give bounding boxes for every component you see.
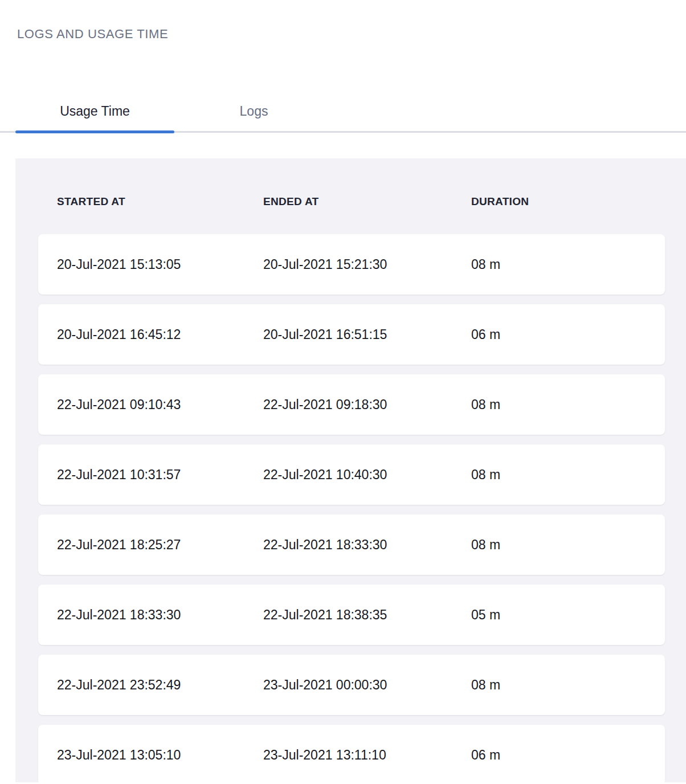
- table-header-row: STARTED AT ENDED AT DURATION: [38, 195, 665, 209]
- cell-ended-at: 22-Jul-2021 18:38:35: [263, 607, 471, 623]
- cell-ended-at: 22-Jul-2021 10:40:30: [263, 467, 471, 483]
- cell-ended-at: 23-Jul-2021 00:00:30: [263, 677, 471, 693]
- cell-duration: 06 m: [471, 747, 665, 763]
- cell-duration: 08 m: [471, 537, 665, 553]
- cell-ended-at: 22-Jul-2021 18:33:30: [263, 537, 471, 553]
- column-header-duration: DURATION: [471, 195, 665, 209]
- cell-ended-at: 20-Jul-2021 16:51:15: [263, 326, 471, 342]
- cell-ended-at: 20-Jul-2021 15:21:30: [263, 256, 471, 272]
- tab-logs[interactable]: Logs: [174, 91, 333, 131]
- cell-started-at: 22-Jul-2021 09:10:43: [57, 397, 263, 413]
- cell-duration: 08 m: [471, 677, 665, 693]
- table-row: 20-Jul-2021 16:45:12 20-Jul-2021 16:51:1…: [38, 304, 665, 365]
- tab-usage-time[interactable]: Usage Time: [15, 91, 174, 131]
- cell-started-at: 23-Jul-2021 13:05:10: [57, 747, 263, 763]
- cell-duration: 08 m: [471, 256, 665, 272]
- cell-started-at: 22-Jul-2021 23:52:49: [57, 677, 263, 693]
- tab-usage-time-label: Usage Time: [60, 104, 130, 119]
- table-row: 22-Jul-2021 09:10:43 22-Jul-2021 09:18:3…: [38, 374, 665, 435]
- column-header-started-at: STARTED AT: [57, 195, 263, 209]
- page-title: LOGS AND USAGE TIME: [17, 26, 686, 42]
- cell-duration: 06 m: [471, 326, 665, 342]
- table-row: 22-Jul-2021 23:52:49 23-Jul-2021 00:00:3…: [38, 655, 665, 715]
- cell-duration: 08 m: [471, 467, 665, 483]
- tab-bar: Usage Time Logs: [0, 91, 686, 131]
- cell-ended-at: 22-Jul-2021 09:18:30: [263, 397, 471, 413]
- column-header-ended-at: ENDED AT: [263, 195, 471, 209]
- cell-duration: 08 m: [471, 397, 665, 413]
- table-row: 20-Jul-2021 15:13:05 20-Jul-2021 15:21:3…: [38, 234, 665, 295]
- cell-ended-at: 23-Jul-2021 13:11:10: [263, 747, 471, 763]
- tab-logs-label: Logs: [240, 104, 268, 119]
- table-row: 23-Jul-2021 13:05:10 23-Jul-2021 13:11:1…: [38, 725, 665, 782]
- cell-started-at: 22-Jul-2021 18:33:30: [57, 607, 263, 623]
- cell-started-at: 22-Jul-2021 18:25:27: [57, 537, 263, 553]
- cell-started-at: 20-Jul-2021 16:45:12: [57, 326, 263, 342]
- table-rows: 20-Jul-2021 15:13:05 20-Jul-2021 15:21:3…: [38, 234, 665, 782]
- usage-time-panel: STARTED AT ENDED AT DURATION 20-Jul-2021…: [15, 158, 686, 782]
- cell-started-at: 22-Jul-2021 10:31:57: [57, 467, 263, 483]
- cell-started-at: 20-Jul-2021 15:13:05: [57, 256, 263, 272]
- table-row: 22-Jul-2021 18:25:27 22-Jul-2021 18:33:3…: [38, 514, 665, 575]
- cell-duration: 05 m: [471, 607, 665, 623]
- table-row: 22-Jul-2021 10:31:57 22-Jul-2021 10:40:3…: [38, 444, 665, 505]
- table-row: 22-Jul-2021 18:33:30 22-Jul-2021 18:38:3…: [38, 585, 665, 645]
